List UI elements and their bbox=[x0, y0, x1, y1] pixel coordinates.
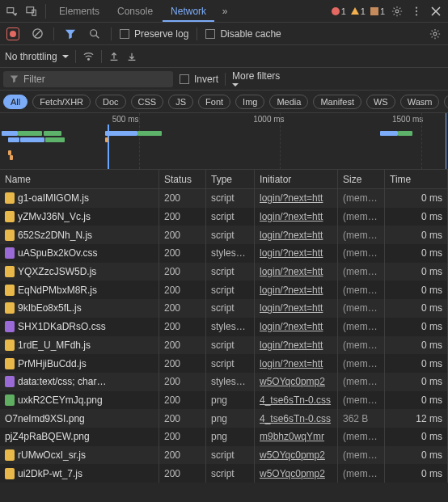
table-row[interactable]: 1rdE_U_MFdh.js200scriptlogin/?next=htt(m… bbox=[0, 336, 448, 355]
tab-network[interactable]: Network bbox=[163, 1, 214, 22]
css-file-icon bbox=[5, 376, 15, 387]
css-file-icon bbox=[5, 321, 15, 332]
cell-time: 0 ms bbox=[385, 263, 448, 281]
initiator-link[interactable]: login/?next=htt bbox=[260, 321, 323, 332]
kebab-menu-icon[interactable] bbox=[408, 2, 425, 20]
cell-name: YQXZzcJSW5D.js bbox=[0, 263, 159, 281]
initiator-link[interactable]: login/?next=htt bbox=[260, 230, 323, 241]
filter-toggle-icon[interactable] bbox=[62, 26, 78, 42]
more-tabs-icon[interactable]: » bbox=[216, 2, 234, 20]
col-initiator[interactable]: Initiator bbox=[255, 170, 338, 188]
chip-all[interactable]: All bbox=[3, 95, 27, 109]
cell-name: yZMvJ36N_Vc.js bbox=[0, 208, 159, 226]
cell-size: (mem… bbox=[338, 208, 385, 226]
initiator-link[interactable]: login/?next=htt bbox=[260, 192, 323, 204]
table-row[interactable]: g1-oaIMIGOM.js200scriptlogin/?next=htt(m… bbox=[0, 189, 448, 208]
initiator-link[interactable]: login/?next=htt bbox=[260, 358, 323, 369]
table-row[interactable]: rUMwOcxI_sr.js200scriptw5OYqc0pmp2(mem…0… bbox=[0, 446, 448, 465]
upload-har-icon[interactable] bbox=[108, 51, 120, 62]
search-icon[interactable] bbox=[87, 26, 103, 42]
table-row[interactable]: EqNdPMbxM8R.js200scriptlogin/?next=htt(m… bbox=[0, 281, 448, 299]
col-time[interactable]: Time bbox=[385, 170, 448, 188]
table-row[interactable]: YQXZzcJSW5D.js200scriptlogin/?next=htt(m… bbox=[0, 263, 448, 281]
cell-initiator: 4_tse6sTn-0.css bbox=[255, 409, 338, 428]
initiator-link[interactable]: login/?next=htt bbox=[260, 266, 323, 277]
cell-initiator: login/?next=htt bbox=[255, 281, 338, 299]
chip-media[interactable]: Media bbox=[269, 95, 308, 109]
col-size[interactable]: Size bbox=[338, 170, 385, 188]
col-status[interactable]: Status bbox=[159, 170, 206, 188]
table-row[interactable]: 9kIbEo8x5fL.js200scriptlogin/?next=htt(m… bbox=[0, 299, 448, 318]
cell-type: script bbox=[206, 281, 255, 299]
settings-icon[interactable] bbox=[388, 2, 406, 20]
initiator-link[interactable]: login/?next=htt bbox=[260, 285, 323, 296]
cell-status: 200 bbox=[159, 464, 206, 483]
wifi-icon[interactable] bbox=[82, 50, 95, 62]
table-row[interactable]: ui2DkP-wt_7.js200scriptw5OYqc0pmp2(mem…0… bbox=[0, 464, 448, 483]
table-row[interactable]: 652Sz2DNh_N.js200scriptlogin/?next=htt(m… bbox=[0, 226, 448, 244]
table-row[interactable]: uASpuBx2kOv.css200styles…login/?next=htt… bbox=[0, 244, 448, 263]
initiator-link[interactable]: w5OYqc0pmp2 bbox=[260, 376, 325, 387]
table-row[interactable]: SHX1DKaDRsO.css200styles…login/?next=htt… bbox=[0, 318, 448, 336]
table-row[interactable]: data:text/css; char…200styles…w5OYqc0pmp… bbox=[0, 373, 448, 391]
cell-time: 0 ms bbox=[385, 318, 448, 336]
more-filters-label: More filters bbox=[232, 70, 280, 82]
filter-input[interactable]: Filter bbox=[3, 71, 173, 87]
table-row[interactable]: pjZ4pRaBQEW.png200pngm9bhz0wqYmr(mem…0 m… bbox=[0, 428, 448, 446]
warning-badge[interactable]: 1 bbox=[351, 6, 366, 16]
initiator-link[interactable]: login/?next=htt bbox=[260, 302, 323, 314]
chip-font[interactable]: Font bbox=[198, 95, 230, 109]
cell-initiator: login/?next=htt bbox=[255, 208, 338, 226]
device-toolbar-icon[interactable] bbox=[23, 2, 40, 20]
svg-point-4 bbox=[416, 6, 417, 8]
cell-size: (mem… bbox=[338, 244, 385, 263]
chip-doc[interactable]: Doc bbox=[95, 95, 126, 109]
tab-console[interactable]: Console bbox=[109, 1, 161, 22]
initiator-link[interactable]: m9bhz0wqYmr bbox=[260, 431, 324, 442]
initiator-link[interactable]: w5OYqc0pmp2 bbox=[260, 449, 325, 461]
throttling-select[interactable]: No throttling bbox=[5, 51, 69, 62]
initiator-link[interactable]: w5OYqc0pmp2 bbox=[260, 468, 325, 479]
chip-img[interactable]: Img bbox=[235, 95, 264, 109]
table-row[interactable]: yZMvJ36N_Vc.js200scriptlogin/?next=htt(m… bbox=[0, 208, 448, 226]
issue-badge[interactable]: 1 bbox=[370, 6, 385, 16]
chip-fetchxhr[interactable]: Fetch/XHR bbox=[32, 95, 91, 109]
initiator-link[interactable]: login/?next=htt bbox=[260, 211, 323, 222]
chip-css[interactable]: CSS bbox=[131, 95, 164, 109]
cell-initiator: login/?next=htt bbox=[255, 336, 338, 355]
svg-point-5 bbox=[416, 10, 417, 11]
initiator-link[interactable]: login/?next=htt bbox=[260, 247, 323, 259]
cell-name: pjZ4pRaBQEW.png bbox=[0, 428, 159, 446]
error-badge[interactable]: 1 bbox=[332, 6, 346, 16]
cell-initiator: login/?next=htt bbox=[255, 244, 338, 263]
chip-ws[interactable]: WS bbox=[366, 95, 395, 109]
preserve-log-checkbox[interactable]: Preserve log bbox=[120, 28, 188, 40]
col-name[interactable]: Name bbox=[0, 170, 159, 188]
disable-cache-label: Disable cache bbox=[220, 28, 281, 40]
record-button[interactable] bbox=[5, 26, 21, 42]
close-icon[interactable] bbox=[427, 2, 445, 20]
chip-wasm[interactable]: Wasm bbox=[400, 95, 440, 109]
inspect-element-icon[interactable] bbox=[3, 2, 21, 20]
tab-elements[interactable]: Elements bbox=[51, 1, 108, 22]
initiator-link[interactable]: login/?next=htt bbox=[260, 340, 323, 351]
invert-checkbox[interactable]: Invert bbox=[180, 74, 218, 85]
disable-cache-checkbox[interactable]: Disable cache bbox=[205, 28, 281, 40]
chevron-down-icon bbox=[232, 82, 239, 88]
initiator-link[interactable]: 4_tse6sTn-0.css bbox=[260, 394, 331, 406]
network-settings-icon[interactable] bbox=[427, 26, 443, 42]
chip-other[interactable]: Other bbox=[444, 95, 448, 109]
cell-type: script bbox=[206, 446, 255, 465]
table-row[interactable]: uxkR2CEYmJq.png200png4_tse6sTn-0.css(mem… bbox=[0, 391, 448, 410]
clear-icon[interactable] bbox=[29, 26, 45, 42]
more-filters-select[interactable]: More filters bbox=[232, 70, 280, 88]
download-har-icon[interactable] bbox=[126, 51, 137, 62]
cell-size: (mem… bbox=[338, 263, 385, 281]
table-row[interactable]: O7neImd9XSI.png200png4_tse6sTn-0.css362 … bbox=[0, 409, 448, 428]
col-type[interactable]: Type bbox=[206, 170, 255, 188]
chip-js[interactable]: JS bbox=[168, 95, 193, 109]
chip-manifest[interactable]: Manifest bbox=[313, 95, 361, 109]
table-row[interactable]: PrMHjiBuCdd.js200scriptlogin/?next=htt(m… bbox=[0, 354, 448, 373]
initiator-link[interactable]: 4_tse6sTn-0.css bbox=[260, 413, 331, 424]
waterfall-overview[interactable]: 500 ms 1000 ms 1500 ms bbox=[0, 113, 448, 170]
